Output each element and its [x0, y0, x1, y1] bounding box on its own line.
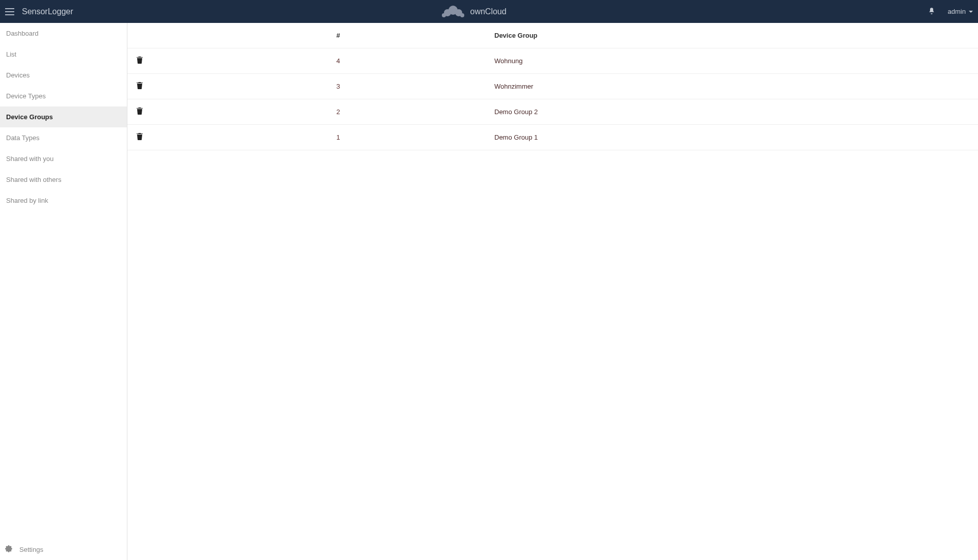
sidebar-item-label: Devices — [6, 71, 30, 79]
row-id: 1 — [336, 134, 494, 141]
svg-point-4 — [460, 13, 464, 17]
sidebar-item-list[interactable]: List — [0, 44, 127, 65]
sidebar-item-devices[interactable]: Devices — [0, 65, 127, 86]
row-name: Wohnung — [494, 57, 978, 65]
table-row[interactable]: 1 Demo Group 1 — [127, 125, 978, 150]
sidebar-item-label: Dashboard — [6, 30, 39, 37]
app-name: SensorLogger — [22, 7, 73, 16]
topbar: SensorLogger ownCloud admin — [0, 0, 978, 23]
table-header-name[interactable]: Device Group — [494, 32, 978, 39]
table-header: # Device Group — [127, 23, 978, 48]
settings-label: Settings — [19, 546, 43, 553]
row-name: Demo Group 1 — [494, 134, 978, 141]
trash-icon[interactable] — [137, 58, 143, 65]
sidebar-item-label: List — [6, 50, 16, 58]
table-row[interactable]: 3 Wohnzimmer — [127, 74, 978, 99]
topbar-center[interactable]: ownCloud — [441, 5, 507, 19]
sidebar-item-label: Device Types — [6, 92, 46, 100]
row-action — [127, 82, 336, 91]
topbar-right: admin — [928, 7, 978, 16]
sidebar-item-shared-by-link[interactable]: Shared by link — [0, 190, 127, 211]
row-id: 3 — [336, 83, 494, 90]
trash-icon[interactable] — [137, 109, 143, 116]
hamburger-icon[interactable] — [5, 8, 14, 15]
sidebar-item-data-types[interactable]: Data Types — [0, 127, 127, 148]
user-label: admin — [948, 8, 966, 15]
sidebar-settings[interactable]: Settings — [0, 539, 127, 560]
main-content: # Device Group 4 Wohnung 3 Wohnzimmer 2 … — [127, 23, 978, 560]
sidebar-item-device-types[interactable]: Device Types — [0, 86, 127, 106]
row-action — [127, 133, 336, 142]
row-id: 2 — [336, 108, 494, 116]
sidebar-items: Dashboard List Devices Device Types Devi… — [0, 23, 127, 539]
brand-name: ownCloud — [470, 7, 507, 16]
table-header-id[interactable]: # — [336, 32, 494, 39]
sidebar-item-shared-with-you[interactable]: Shared with you — [0, 148, 127, 169]
trash-icon[interactable] — [137, 83, 143, 91]
trash-icon[interactable] — [137, 134, 143, 142]
row-id: 4 — [336, 57, 494, 65]
sidebar-item-device-groups[interactable]: Device Groups — [0, 106, 127, 127]
notifications-icon[interactable] — [928, 7, 935, 16]
row-action — [127, 108, 336, 116]
sidebar-item-dashboard[interactable]: Dashboard — [0, 23, 127, 44]
sidebar-item-label: Shared with others — [6, 176, 61, 183]
sidebar-item-shared-with-others[interactable]: Shared with others — [0, 169, 127, 190]
user-menu[interactable]: admin — [948, 8, 973, 15]
table-row[interactable]: 4 Wohnung — [127, 48, 978, 74]
owncloud-logo-icon — [441, 5, 465, 19]
chevron-down-icon — [969, 11, 973, 13]
gear-icon — [5, 545, 12, 554]
row-name: Demo Group 2 — [494, 108, 978, 116]
sidebar: Dashboard List Devices Device Types Devi… — [0, 23, 127, 560]
sidebar-item-label: Data Types — [6, 134, 40, 142]
sidebar-item-label: Shared by link — [6, 197, 48, 204]
table-row[interactable]: 2 Demo Group 2 — [127, 99, 978, 125]
row-action — [127, 57, 336, 65]
svg-point-3 — [442, 13, 446, 17]
topbar-left: SensorLogger — [0, 7, 73, 16]
row-name: Wohnzimmer — [494, 83, 978, 90]
sidebar-item-label: Shared with you — [6, 155, 54, 163]
sidebar-item-label: Device Groups — [6, 113, 53, 121]
